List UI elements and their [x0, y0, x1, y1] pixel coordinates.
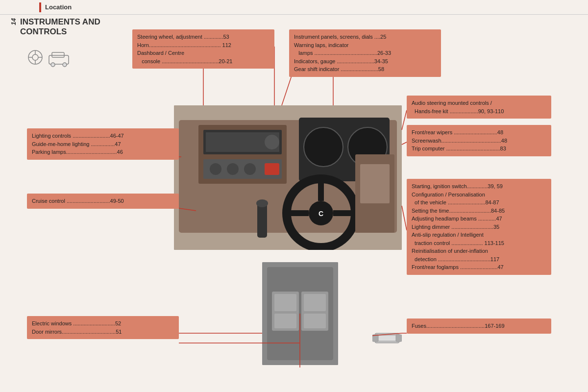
box-lighting: Lighting controls ......................… — [27, 128, 179, 160]
svg-point-19 — [244, 163, 256, 175]
box-cruise: Cruise control .........................… — [27, 194, 179, 209]
box-instrument-text: Instrument panels, screens, dials ....25… — [294, 33, 436, 74]
svg-rect-41 — [304, 314, 326, 328]
box-wipers: Front/rear wipers ......................… — [407, 125, 551, 156]
svg-rect-38 — [274, 314, 296, 328]
box-instrument-panels: Instrument panels, screens, dials ....25… — [289, 29, 441, 77]
svg-point-31 — [256, 199, 268, 207]
svg-rect-45 — [396, 335, 402, 342]
svg-text:C: C — [318, 210, 323, 218]
box-electric-text: Electric windows .......................… — [32, 319, 174, 336]
box-fuses-text: Fuses...................................… — [412, 322, 546, 330]
svg-point-1 — [32, 54, 38, 60]
breadcrumb-accent — [39, 2, 41, 12]
svg-line-50 — [402, 142, 407, 145]
box-steering-text: Steering wheel, adjustment .............… — [137, 33, 270, 65]
svg-point-18 — [227, 163, 239, 175]
breadcrumb-bar: Location — [0, 0, 588, 15]
svg-point-8 — [51, 63, 55, 67]
svg-rect-40 — [304, 294, 326, 311]
car-icon — [24, 47, 74, 69]
svg-point-15 — [265, 135, 279, 149]
chapter-number: 14 — [10, 18, 17, 25]
box-electric-windows: Electric windows .......................… — [27, 316, 179, 339]
svg-rect-30 — [257, 203, 267, 238]
fuse-icon — [372, 326, 402, 350]
svg-rect-33 — [360, 164, 390, 203]
box-audio: Audio steering mounted controls / Hands-… — [407, 96, 551, 119]
box-cruise-text: Cruise control .........................… — [32, 197, 174, 205]
chapter-title-line2: CONTROLS — [20, 27, 100, 37]
page: { "breadcrumb": { "text": "Location" }, … — [0, 0, 588, 392]
chapter-title-line1: INSTRUMENTS AND — [20, 17, 100, 27]
svg-line-53 — [402, 206, 407, 230]
svg-rect-44 — [372, 335, 378, 342]
box-audio-text: Audio steering mounted controls / Hands-… — [412, 99, 546, 115]
chapter-header: 14 INSTRUMENTS AND CONTROLS — [10, 17, 100, 37]
box-steering-wheel: Steering wheel, adjustment .............… — [132, 29, 274, 69]
svg-rect-7 — [52, 52, 64, 57]
box-lighting-text: Lighting controls ......................… — [32, 132, 174, 156]
box-ignition-text: Starting, ignition switch..............3… — [412, 182, 546, 271]
breadcrumb-text: Location — [45, 3, 72, 11]
svg-point-17 — [210, 163, 221, 175]
svg-rect-43 — [378, 336, 396, 341]
dashboard-image: C — [174, 105, 402, 250]
box-ignition: Starting, ignition switch..............3… — [407, 179, 551, 275]
svg-rect-37 — [274, 294, 296, 311]
svg-line-49 — [402, 110, 407, 130]
svg-point-22 — [304, 127, 343, 167]
box-wipers-text: Front/rear wipers ......................… — [412, 128, 546, 153]
door-panel-image — [262, 262, 338, 365]
svg-point-9 — [63, 63, 67, 67]
svg-rect-20 — [265, 163, 279, 175]
box-fuses: Fuses...................................… — [407, 318, 551, 334]
